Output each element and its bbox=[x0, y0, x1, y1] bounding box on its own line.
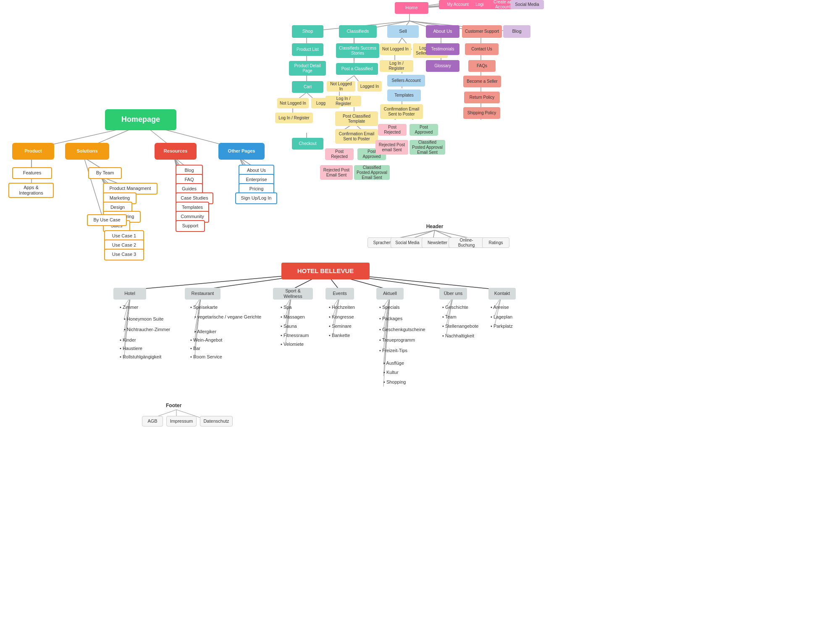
svg-line-119 bbox=[495, 297, 501, 325]
rejected-email-classifieds: Rejected Post Email Sent bbox=[320, 165, 353, 180]
not-logged-in-cart: Not Logged In bbox=[277, 98, 309, 108]
restaurant-vegetarisch: • vegetarische / vegane Gerichte bbox=[194, 314, 261, 319]
svg-line-107 bbox=[383, 297, 390, 330]
sport-fitnessraum: • Fitnessraum bbox=[281, 333, 309, 338]
return-policy-node: Return Policy bbox=[464, 92, 500, 103]
svg-line-93 bbox=[194, 297, 201, 341]
restaurant-wein: • Wein-Angebot bbox=[190, 337, 222, 342]
shipping-policy-node: Shipping Policy bbox=[463, 107, 500, 119]
aktuell-kultur: • Kultur bbox=[383, 370, 399, 375]
kontakt-section: Kontakt bbox=[488, 288, 516, 300]
log-register-sell: Log In / Register bbox=[380, 60, 413, 72]
sport-velomiete: • Velomiete bbox=[281, 342, 304, 347]
product-list-node: Product List bbox=[292, 43, 323, 56]
svg-line-12 bbox=[84, 158, 103, 218]
logged-in-post: Logged In bbox=[357, 81, 382, 92]
hotel-zimmer: • Zimmer bbox=[120, 305, 138, 310]
support-node: Support bbox=[176, 220, 205, 232]
checkout-node: Checkout bbox=[292, 138, 323, 150]
cart-node: Cart bbox=[292, 81, 323, 93]
footer-label: Footer bbox=[166, 403, 181, 408]
restaurant-bar: • Bar bbox=[190, 346, 200, 351]
hotel-rollstuhl: • Rollstuhlgängigkeit bbox=[120, 354, 161, 359]
uber-uns-stellenangebote: • Stellenangebote bbox=[442, 324, 478, 329]
restaurant-room-service: • Room Service bbox=[190, 354, 222, 359]
aktuell-freizeit: • Freizeit-Tips bbox=[379, 348, 407, 353]
restaurant-speisekarte: • Speisekarte bbox=[190, 305, 218, 310]
resources-node: Resources bbox=[155, 143, 197, 160]
by-use-case-node: By Use Case bbox=[87, 214, 127, 226]
by-team-node: By Team bbox=[88, 167, 122, 179]
online-buchung-node: Online-Buchung bbox=[449, 237, 484, 248]
post-approved-sell: Post Approved bbox=[410, 124, 438, 136]
svg-line-115 bbox=[446, 297, 453, 325]
aktuell-specials: • Specials bbox=[379, 305, 400, 310]
sport-sauna: • Sauna bbox=[281, 324, 297, 329]
social-media-header-node: Social Media bbox=[391, 237, 424, 248]
become-seller-node: Become a Seller bbox=[463, 76, 501, 87]
uber-uns-section: Über uns bbox=[439, 288, 467, 300]
blog-top-node: Blog bbox=[503, 25, 530, 38]
sport-massagen: • Massagen bbox=[281, 314, 305, 319]
post-classified-node: Post a Classified bbox=[336, 63, 378, 75]
rejected-email-sell: Rejected Post email Sent bbox=[375, 140, 408, 155]
footer-impressum: Impressum bbox=[166, 416, 197, 426]
sellers-account-node: Sellers Account bbox=[387, 75, 425, 87]
about-us-top-node: About Us bbox=[426, 25, 459, 38]
confirmation-email-poster: Confirmation Email Sent to Poster bbox=[335, 129, 378, 144]
sport-wellness-section: Sport & Wellness bbox=[273, 288, 313, 300]
apps-integrations-node: Apps & Integrations bbox=[8, 183, 54, 198]
aktuell-packages: • Packages bbox=[379, 316, 402, 321]
header-label: Header bbox=[418, 221, 452, 232]
log-register-cart: Log In / Register bbox=[275, 113, 313, 123]
svg-line-98 bbox=[286, 297, 291, 325]
sell-node: Sell bbox=[387, 25, 419, 38]
contact-us-node: Contact Us bbox=[465, 43, 499, 55]
hotel-kinder: • Kinder bbox=[120, 337, 136, 342]
approval-email-classifieds: Classified Posted Approval Email Sent bbox=[354, 165, 390, 180]
aktuell-shopping: • Shopping bbox=[383, 379, 406, 384]
uber-uns-team: • Team bbox=[442, 314, 457, 319]
post-rejected-classifieds: Post Rejected bbox=[325, 148, 354, 160]
kontakt-lageplan: • Lageplan bbox=[491, 314, 512, 319]
events-hochzeiten: • Hochzeiten bbox=[329, 305, 355, 310]
features-node: Features bbox=[12, 167, 52, 179]
footer-datenschutz: Datenschutz bbox=[200, 416, 233, 426]
templates-sell-node: Templates bbox=[387, 89, 421, 101]
not-logged-in-post: Not Logged In bbox=[327, 81, 355, 92]
kontakt-anreise: • Anreise bbox=[491, 305, 509, 310]
canvas: Homepage Product Features Apps & Integra… bbox=[0, 0, 840, 629]
aktuell-section: Aktuell bbox=[376, 288, 404, 300]
customer-support-node: Customer Support bbox=[462, 25, 502, 38]
testimonials-node: Testimonials bbox=[426, 43, 459, 55]
svg-line-103 bbox=[333, 297, 339, 325]
uber-uns-geschichte: • Geschichte bbox=[442, 305, 468, 310]
solutions-node: Solutions bbox=[65, 143, 109, 160]
footer-agb: AGB bbox=[142, 416, 163, 426]
aktuell-treueprogramm: • Treueprogramm bbox=[379, 337, 415, 342]
hotel-bellevue-node: HOTEL BELLEVUE bbox=[281, 263, 370, 279]
homepage-node: Homepage bbox=[105, 109, 176, 130]
aktuell-geschenkgutscheine: • Geschenkgutscheine bbox=[379, 327, 425, 332]
events-section: Events bbox=[326, 288, 354, 300]
confirmation-email-seller: Confirmation Email Sent to Poster bbox=[380, 104, 423, 119]
sport-spa: • Spa bbox=[281, 305, 291, 310]
home-node: Home bbox=[395, 2, 428, 14]
ratings-node: Ratings bbox=[482, 237, 509, 248]
sign-up-node: Sign Up/Log In bbox=[235, 192, 277, 204]
post-rejected-sell: Post Rejected bbox=[378, 124, 407, 136]
aktuell-ausfluege: • Ausflüge bbox=[383, 361, 404, 366]
not-logged-in-sell: Not Logged In bbox=[380, 43, 411, 55]
hotel-nichtraucher: • Nichtraucher-Zimmer bbox=[124, 327, 170, 332]
use-case-3-node: Use Case 3 bbox=[104, 249, 144, 261]
social-media-node: Social Media bbox=[510, 0, 544, 9]
events-bankette: • Bankette bbox=[329, 333, 350, 338]
approval-email-sell: Classified Posted Approval Email Sent bbox=[410, 140, 445, 155]
events-kongresse: • Kongresse bbox=[329, 314, 354, 319]
faqs-node: FAQs bbox=[468, 60, 496, 72]
restaurant-allergiker: • Allergiker bbox=[194, 329, 216, 334]
uber-uns-nachhaltigkeit: • Nachhaltigkeit bbox=[442, 333, 474, 338]
classifieds-node: Classifieds bbox=[339, 25, 377, 38]
events-seminare: • Seminare bbox=[329, 324, 352, 329]
shop-node: Shop bbox=[292, 25, 323, 38]
